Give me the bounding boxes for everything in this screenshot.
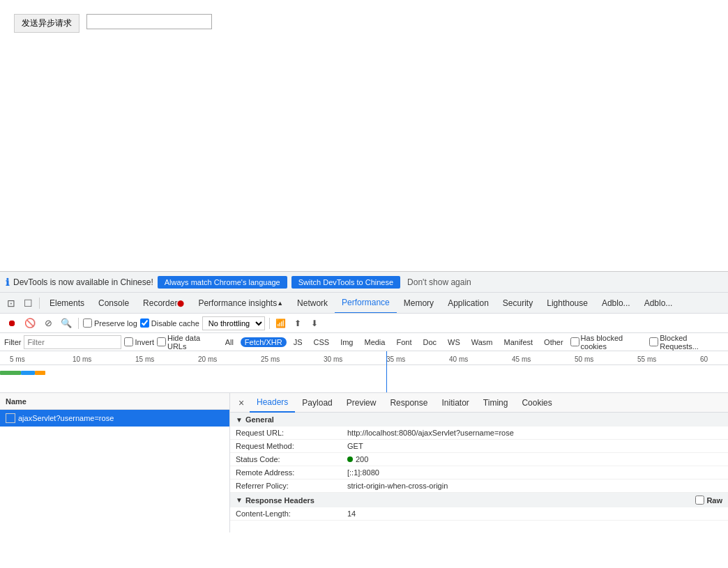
tab-recorder[interactable]: Recorder ⬤: [136, 293, 191, 314]
filter-type-all[interactable]: All: [221, 337, 238, 347]
filter-type-ws[interactable]: WS: [443, 337, 464, 347]
timeline-area: 5 ms 10 ms 15 ms 20 ms 25 ms 30 ms 35 ms…: [0, 351, 728, 393]
filter-type-doc[interactable]: Doc: [418, 337, 441, 347]
name-column-header: Name: [6, 397, 26, 406]
request-row-ajax[interactable]: ajaxServlet?username=rose: [0, 410, 229, 427]
detail-row-content-length: Content-Length: 14: [230, 507, 728, 521]
devtools-device-icon[interactable]: ⊡: [3, 295, 20, 312]
invert-checkbox[interactable]: [124, 337, 133, 346]
filter-type-js[interactable]: JS: [289, 337, 307, 347]
detail-tab-preview[interactable]: Preview: [340, 393, 384, 413]
invert-text: Invert: [135, 338, 154, 346]
dont-show-again-link[interactable]: Don't show again: [407, 277, 471, 287]
tab-security[interactable]: Lighthouse: [540, 293, 595, 314]
tab-application[interactable]: Security: [496, 293, 540, 314]
blocked-requests-label[interactable]: Blocked Requests...: [649, 334, 724, 351]
page-area: 发送异步请求: [0, 0, 728, 272]
preserve-log-label[interactable]: Preserve log: [83, 318, 137, 328]
filter-type-media[interactable]: Media: [360, 337, 389, 347]
preserve-log-checkbox[interactable]: [83, 318, 92, 328]
timeline-ruler: 5 ms 10 ms 15 ms 20 ms 25 ms 30 ms 35 ms…: [0, 351, 728, 365]
detail-row-referrer-policy: Referrer Policy: strict-origin-when-cros…: [230, 479, 728, 493]
detail-row-status-code: Status Code: 200: [230, 453, 728, 466]
throttle-select[interactable]: No throttling: [202, 316, 265, 330]
waterfall-bar-green: [0, 371, 21, 375]
filter-type-css[interactable]: CSS: [310, 337, 334, 347]
status-code-key: Status Code:: [236, 455, 347, 463]
details-tab-bar: × Headers Payload Preview Response Initi…: [230, 393, 728, 413]
tab-network[interactable]: Performance: [335, 293, 397, 314]
response-headers-section-header[interactable]: ▼ Response Headers Raw: [230, 493, 728, 507]
detail-row-remote-address: Remote Address: [::1]:8080: [230, 466, 728, 479]
hide-data-urls-checkbox[interactable]: [157, 337, 166, 346]
tick-20ms: 20 ms: [198, 355, 217, 363]
search-button[interactable]: 🔍: [59, 316, 74, 331]
blocked-requests-checkbox[interactable]: [649, 337, 658, 346]
detail-row-request-method: Request Method: GET: [230, 440, 728, 453]
language-notification-bar: ℹ DevTools is now available in Chinese! …: [0, 272, 728, 293]
filter-type-img[interactable]: Img: [336, 337, 357, 347]
filter-type-font[interactable]: Font: [392, 337, 416, 347]
preserve-log-text: Preserve log: [94, 319, 137, 328]
has-blocked-cookies-checkbox[interactable]: [570, 337, 579, 346]
hide-data-urls-label[interactable]: Hide data URLs: [157, 334, 218, 351]
wifi-icon[interactable]: 📶: [274, 316, 288, 330]
filter-label: Filter: [4, 338, 21, 346]
tab-sources[interactable]: Network: [290, 293, 335, 314]
tab-separator: [39, 298, 40, 309]
tab-console[interactable]: Console: [91, 293, 136, 314]
clear-button[interactable]: 🚫: [22, 316, 38, 331]
tick-30ms: 30 ms: [324, 355, 342, 363]
tab-lighthouse[interactable]: Adblо...: [595, 293, 637, 314]
always-match-language-button[interactable]: Always match Chrome's language: [158, 276, 287, 289]
close-details-button[interactable]: ×: [233, 394, 250, 411]
tick-10ms: 10 ms: [73, 355, 91, 363]
detail-tab-payload[interactable]: Payload: [295, 393, 339, 413]
network-main: Name ajaxServlet?username=rose × Headers…: [0, 393, 728, 532]
request-method-val: GET: [347, 442, 722, 450]
send-async-button[interactable]: 发送异步请求: [14, 14, 79, 33]
raw-checkbox-label[interactable]: Raw: [695, 496, 722, 505]
general-section-header[interactable]: ▼ General: [230, 413, 728, 427]
filter-type-fetchxhr[interactable]: Fetch/XHR: [241, 337, 287, 347]
filter-input[interactable]: [24, 335, 121, 349]
tab-memory[interactable]: Application: [441, 293, 496, 314]
detail-tab-response[interactable]: Response: [383, 393, 434, 413]
detail-tab-headers[interactable]: Headers: [250, 393, 295, 413]
invert-label[interactable]: Invert: [124, 337, 154, 346]
disable-cache-label[interactable]: Disable cache: [140, 318, 199, 328]
info-icon: ℹ: [6, 277, 9, 288]
tab-performance[interactable]: Memory: [397, 293, 441, 314]
tab-adblock[interactable]: Adblo...: [637, 293, 680, 314]
detail-tab-cookies[interactable]: Cookies: [515, 393, 559, 413]
filter-toggle-button[interactable]: ⊘: [40, 316, 56, 331]
status-code-val: 200: [347, 455, 722, 463]
async-input[interactable]: [86, 14, 212, 29]
tick-40ms: 40 ms: [449, 355, 468, 363]
referrer-policy-key: Referrer Policy:: [236, 482, 347, 490]
detail-tab-initiator[interactable]: Initiator: [434, 393, 476, 413]
network-toolbar: ⏺ 🚫 ⊘ 🔍 Preserve log Disable cache No th…: [0, 314, 728, 333]
remote-address-val: [::1]:8080: [347, 468, 722, 477]
filter-type-manifest[interactable]: Manifest: [500, 337, 538, 347]
filter-type-wasm[interactable]: Wasm: [467, 337, 497, 347]
disable-cache-checkbox[interactable]: [140, 318, 149, 328]
detail-tab-timing[interactable]: Timing: [476, 393, 515, 413]
waterfall-bar-blue: [21, 371, 35, 375]
raw-checkbox[interactable]: [695, 496, 704, 505]
has-blocked-cookies-label[interactable]: Has blocked cookies: [570, 334, 647, 351]
upload-icon[interactable]: ⬆: [291, 316, 305, 330]
record-button[interactable]: ⏺: [4, 316, 20, 331]
download-icon[interactable]: ⬇: [308, 316, 321, 330]
tab-elements[interactable]: Elements: [43, 293, 91, 314]
switch-to-chinese-button[interactable]: Switch DevTools to Chinese: [291, 276, 400, 289]
detail-row-request-url: Request URL: http://localhost:8080/ajaxS…: [230, 427, 728, 440]
request-method-key: Request Method:: [236, 442, 347, 450]
blocked-requests-text: Blocked Requests...: [660, 334, 724, 351]
tab-performance-insights[interactable]: Performance insights ▲: [191, 293, 290, 314]
filter-type-other[interactable]: Other: [540, 337, 568, 347]
tick-15ms: 15 ms: [135, 355, 154, 363]
network-filter-bar: Filter Invert Hide data URLs All Fetch/X…: [0, 333, 728, 351]
devtools-mobile-icon[interactable]: ☐: [20, 295, 36, 312]
request-name: ajaxServlet?username=rose: [18, 414, 114, 422]
